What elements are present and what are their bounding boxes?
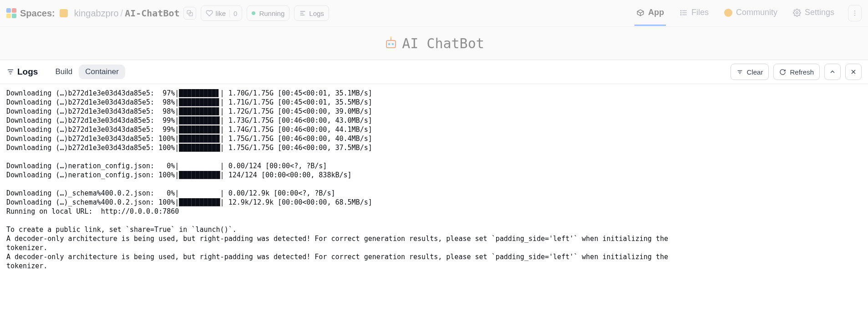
clear-label: Clear [747,68,763,76]
svg-point-10 [680,14,681,15]
robot-icon [384,36,398,50]
tab-files-label: Files [691,8,709,17]
hero-title: AI ChatBot [402,35,484,51]
top-nav: App Files Community Settings [635,0,862,26]
logs-button-top[interactable]: Logs [294,5,329,21]
spaces-logo-icon [6,8,16,18]
collapse-logs-button[interactable] [824,64,841,80]
logs-toolbar: Logs Build Container Clear Refresh [0,60,868,84]
logs-button-label: Logs [309,10,324,17]
logs-tab-build[interactable]: Build [49,65,79,79]
tab-community[interactable]: Community [722,0,779,26]
tab-files[interactable]: Files [678,0,711,26]
owner-avatar-icon [60,9,68,17]
gear-icon [793,9,801,17]
logs-icon [299,10,306,17]
status-label: Running [259,10,284,17]
like-button[interactable]: like 0 [201,5,243,21]
copy-name-button[interactable] [183,7,196,20]
status-pill[interactable]: Running [247,5,289,21]
close-icon [850,68,857,75]
close-logs-button[interactable] [845,64,862,80]
svg-point-19 [390,36,392,38]
refresh-logs-button[interactable]: Refresh [773,64,820,80]
owner-link[interactable]: kingabzpro [74,8,119,19]
chevron-up-icon [829,68,836,75]
spaces-label: Spaces: [20,8,55,19]
svg-point-9 [680,12,681,13]
tab-settings-label: Settings [805,8,834,17]
filter-icon[interactable] [6,68,15,76]
clear-icon [736,69,743,75]
svg-point-17 [392,43,394,45]
like-label: like [216,10,226,17]
svg-point-12 [854,10,855,11]
svg-point-8 [680,10,681,11]
cube-icon [636,9,645,17]
status-dot-icon [252,11,255,15]
tab-app-label: App [648,8,664,17]
breadcrumb-slash: / [121,8,123,19]
logs-title: Logs [17,67,38,77]
logs-output[interactable]: Downloading (…)b272d1e3e03d43da85e5: 97%… [0,84,868,331]
app-hero: AI ChatBot [0,27,868,60]
community-icon [724,9,732,17]
more-vertical-icon [851,10,858,17]
refresh-icon [779,69,786,75]
copy-icon [187,10,193,16]
logs-tab-container[interactable]: Container [79,65,125,79]
heart-icon [206,10,213,17]
refresh-label: Refresh [790,68,814,76]
more-menu-button[interactable] [848,5,862,21]
tab-community-label: Community [736,8,777,17]
like-count: 0 [229,10,237,17]
files-icon [680,9,688,17]
svg-point-16 [388,43,391,45]
tab-app[interactable]: App [635,0,666,26]
svg-rect-15 [386,40,396,48]
svg-point-11 [796,11,798,14]
clear-logs-button[interactable]: Clear [731,64,769,80]
repo-link[interactable]: AI-ChatBot [125,8,179,19]
svg-point-13 [854,13,855,14]
space-top-bar: Spaces: kingabzpro / AI-ChatBot like 0 R… [0,0,868,27]
svg-point-14 [854,15,855,16]
tab-settings[interactable]: Settings [791,0,836,26]
